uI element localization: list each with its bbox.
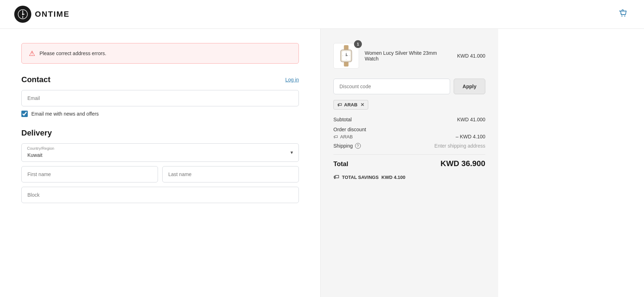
country-select-wrapper: Country/Region Kuwait ▼: [21, 143, 299, 162]
cart-button[interactable]: [617, 7, 630, 21]
discount-row: Apply: [333, 79, 485, 94]
right-panel: 1 Women Lucy Silver White 23mm Watch KWD…: [320, 29, 498, 297]
country-label: Country/Region: [27, 146, 54, 150]
product-price: KWD 41.000: [457, 53, 485, 59]
country-select[interactable]: Kuwait: [21, 143, 299, 162]
newsletter-row: Email me with news and offers: [21, 111, 299, 117]
left-panel: ⚠ Please correct address errors. Contact…: [0, 29, 320, 297]
coupon-code-label: ARAB: [344, 102, 358, 107]
block-field[interactable]: [21, 187, 299, 203]
divider: [333, 154, 485, 155]
discount-code-input[interactable]: [333, 79, 450, 94]
subtotal-value: KWD 41.000: [457, 117, 485, 122]
product-row: 1 Women Lucy Silver White 23mm Watch KWD…: [333, 43, 485, 69]
error-message: Please correct address errors.: [39, 51, 106, 56]
first-name-field[interactable]: [21, 166, 158, 182]
delivery-section: Delivery Country/Region Kuwait ▼: [21, 128, 299, 207]
order-discount-section: Order discount 🏷 ARAB – KWD 4.100: [333, 127, 485, 139]
discount-code-tag: ARAB: [340, 134, 353, 139]
error-banner: ⚠ Please correct address errors.: [21, 43, 299, 64]
savings-icon: 🏷: [333, 174, 339, 180]
svg-point-7: [624, 15, 625, 16]
newsletter-checkbox[interactable]: [21, 111, 28, 117]
shipping-help-icon[interactable]: ?: [355, 143, 361, 149]
logo-icon: [14, 6, 31, 23]
total-amount: KWD 36.900: [440, 159, 485, 168]
shipping-label: Shipping: [333, 143, 353, 149]
error-icon: ⚠: [29, 49, 35, 58]
svg-point-19: [346, 55, 347, 56]
savings-row: 🏷 TOTAL SAVINGS KWD 4.100: [333, 174, 485, 180]
shipping-line: Shipping ? Enter shipping address: [333, 143, 485, 149]
tag-icon: 🏷: [337, 102, 342, 107]
logo-area: ONTIME: [14, 6, 70, 23]
log-in-button[interactable]: Log in: [285, 77, 299, 83]
svg-point-6: [622, 15, 623, 16]
newsletter-label: Email me with news and offers: [31, 111, 99, 117]
main-layout: ⚠ Please correct address errors. Contact…: [0, 29, 644, 297]
header: ONTIME: [0, 0, 644, 29]
logo-text: ONTIME: [35, 10, 70, 19]
product-quantity-badge: 1: [354, 40, 362, 48]
discount-amount: – KWD 4.100: [456, 134, 485, 139]
delivery-title: Delivery: [21, 128, 299, 138]
name-row: [21, 166, 299, 182]
product-image-wrap: 1: [333, 43, 359, 69]
last-name-field[interactable]: [162, 166, 299, 182]
apply-button[interactable]: Apply: [454, 79, 485, 94]
contact-title: Contact: [21, 75, 51, 84]
total-label: Total: [333, 160, 348, 168]
shipping-value: Enter shipping address: [434, 143, 485, 149]
product-name: Women Lucy Silver White 23mm Watch: [365, 50, 452, 62]
subtotal-label: Subtotal: [333, 117, 352, 122]
remove-coupon-button[interactable]: ✕: [360, 102, 364, 107]
email-field[interactable]: [21, 90, 299, 106]
subtotal-line: Subtotal KWD 41.000: [333, 117, 485, 122]
savings-label: TOTAL SAVINGS: [342, 175, 379, 180]
shipping-left: Shipping ?: [333, 143, 361, 149]
discount-tag-left: 🏷 ARAB: [333, 134, 353, 139]
svg-point-5: [22, 14, 23, 15]
contact-section-header: Contact Log in: [21, 75, 299, 84]
watch-illustration: [337, 45, 355, 67]
total-line: Total KWD 36.900: [333, 159, 485, 168]
discount-sub-row: 🏷 ARAB – KWD 4.100: [333, 134, 485, 139]
order-discount-label: Order discount: [333, 127, 485, 132]
discount-tag-icon: 🏷: [333, 134, 338, 139]
savings-value: KWD 4.100: [381, 175, 405, 180]
coupon-tag: 🏷 ARAB ✕: [333, 100, 368, 110]
